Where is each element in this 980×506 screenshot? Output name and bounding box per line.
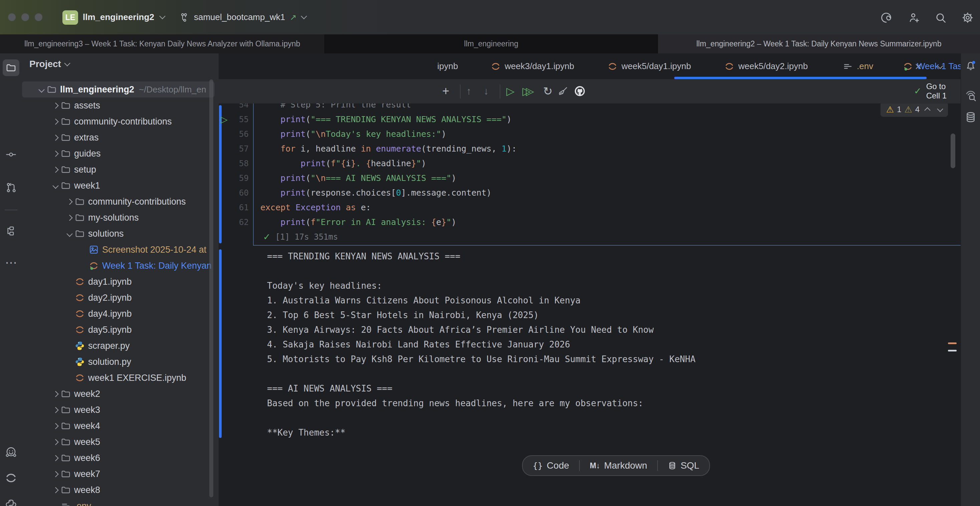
tree-chevron-icon[interactable] bbox=[50, 408, 61, 412]
search-icon[interactable] bbox=[935, 12, 947, 24]
tree-item-assets[interactable]: assets bbox=[22, 97, 215, 113]
tree-chevron-icon[interactable] bbox=[50, 103, 61, 108]
add-sql-cell-button[interactable]: SQL bbox=[658, 456, 709, 475]
tree-chevron-icon[interactable] bbox=[50, 456, 61, 460]
add-user-icon[interactable] bbox=[908, 12, 920, 24]
tree-item-day4-ipynb[interactable]: day4.ipynb bbox=[22, 306, 215, 322]
project-tool-button[interactable] bbox=[3, 59, 19, 76]
tree-item-week5[interactable]: week5 bbox=[22, 434, 215, 450]
prev-issue-icon[interactable] bbox=[924, 107, 930, 113]
move-cell-down-button[interactable]: ↓ bbox=[484, 79, 488, 103]
tree-item-setup[interactable]: setup bbox=[22, 162, 215, 178]
move-cell-up-button[interactable]: ↑ bbox=[466, 79, 471, 103]
tree-chevron-icon[interactable] bbox=[50, 424, 61, 428]
database-tool-icon[interactable] bbox=[965, 111, 977, 123]
tree-item-community-contributions[interactable]: community-contributions bbox=[22, 194, 215, 210]
tree-chevron-icon[interactable] bbox=[50, 184, 61, 188]
structure-icon[interactable] bbox=[5, 225, 17, 237]
code-line-54[interactable]: # Step 5: Print the result bbox=[260, 103, 411, 112]
tree-item-community-contributions[interactable]: community-contributions bbox=[22, 113, 215, 129]
code-line-58[interactable]: print(f"{i}. {headline}") bbox=[260, 156, 426, 171]
tree-chevron-icon[interactable] bbox=[50, 440, 61, 444]
tree-item-week7[interactable]: week7 bbox=[22, 466, 215, 482]
ai-swirl-icon[interactable] bbox=[880, 12, 892, 24]
tree-chevron-icon[interactable] bbox=[50, 167, 61, 172]
code-line-60[interactable]: print(response.choices[0].message.conten… bbox=[260, 186, 492, 200]
tree-item-week3[interactable]: week3 bbox=[22, 402, 215, 418]
go-to-cell-widget[interactable]: ✓ Go to Cell 1 bbox=[914, 79, 961, 103]
code-line-62[interactable]: print(f"Error in AI analysis: {e}") bbox=[260, 215, 456, 230]
tree-chevron-icon[interactable] bbox=[50, 392, 61, 396]
add-code-cell-button[interactable]: {} Code bbox=[523, 456, 579, 475]
tree-chevron-icon[interactable] bbox=[50, 472, 61, 476]
window-minimize-button[interactable] bbox=[21, 13, 29, 21]
tree-item-solution-py[interactable]: solution.py bbox=[22, 354, 215, 370]
tree-item-week2[interactable]: week2 bbox=[22, 386, 215, 402]
window-zoom-button[interactable] bbox=[35, 13, 42, 21]
add-markdown-cell-button[interactable]: M↓ Markdown bbox=[580, 456, 657, 475]
tree-item-week8[interactable]: week8 bbox=[22, 482, 215, 498]
window-close-button[interactable] bbox=[8, 13, 16, 21]
python-tool-icon[interactable] bbox=[5, 498, 18, 506]
hugging-face-icon[interactable] bbox=[5, 446, 18, 458]
tree-chevron-icon[interactable] bbox=[50, 135, 61, 140]
run-cell-button[interactable]: ▷ bbox=[506, 79, 515, 103]
code-line-59[interactable]: print("\n=== AI NEWS ANALYSIS ===") bbox=[260, 171, 456, 186]
editor-scrollbar-thumb[interactable] bbox=[951, 134, 955, 168]
tree-chevron-icon[interactable] bbox=[50, 119, 61, 124]
notifications-bell-icon[interactable] bbox=[965, 59, 977, 72]
tree-item-day1-ipynb[interactable]: day1.ipynb bbox=[22, 274, 215, 290]
tree-item-week1[interactable]: week1 bbox=[22, 178, 215, 194]
next-issue-icon[interactable] bbox=[937, 106, 943, 112]
code-line-56[interactable]: print("\nToday's key headlines:") bbox=[260, 127, 446, 142]
inspections-widget[interactable]: ⚠ 1 ⚠ 4 bbox=[881, 103, 948, 117]
commit-icon[interactable] bbox=[5, 149, 17, 160]
tree-item-week-1-task-daily-kenyan[interactable]: Week 1 Task: Daily Kenyan bbox=[22, 258, 215, 274]
editor-tab-week-1-task-daily-kenyan-news-summarizer-ipynb[interactable]: Week 1 Task: Daily Kenyan News Summarize… bbox=[903, 53, 961, 79]
run-all-cells-button[interactable]: ▷▷ bbox=[522, 79, 530, 103]
more-tool-windows-icon[interactable]: ⋯ bbox=[5, 256, 17, 270]
editor-tab-week3-day1-ipynb[interactable]: week3/day1.ipynb bbox=[491, 53, 574, 79]
tree-item-guides[interactable]: guides bbox=[22, 146, 215, 162]
tree-chevron-icon[interactable] bbox=[36, 88, 47, 92]
pull-requests-icon[interactable] bbox=[5, 182, 17, 193]
tree-item-week6[interactable]: week6 bbox=[22, 450, 215, 466]
add-cell-button[interactable]: + bbox=[442, 79, 449, 103]
tree-item-llm-engineering2[interactable]: llm_engineering2~/Desktop/llm_en bbox=[22, 81, 215, 97]
tree-item-day2-ipynb[interactable]: day2.ipynb bbox=[22, 290, 215, 306]
tree-item-extras[interactable]: extras bbox=[22, 129, 215, 146]
tree-item-day5-ipynb[interactable]: day5.ipynb bbox=[22, 322, 215, 338]
github-icon[interactable] bbox=[574, 79, 586, 103]
editor-tab-week5-day1-ipynb[interactable]: week5/day1.ipynb bbox=[608, 53, 691, 79]
tree-chevron-icon[interactable] bbox=[64, 232, 75, 236]
tree-item-week1-exercise-ipynb[interactable]: week1 EXERCISE.ipynb bbox=[22, 370, 215, 386]
clear-outputs-button[interactable] bbox=[558, 79, 568, 103]
tree-item-env[interactable]: .env bbox=[22, 498, 215, 506]
ai-assistant-icon[interactable] bbox=[965, 89, 977, 102]
settings-gear-icon[interactable] bbox=[962, 12, 974, 24]
project-panel-header[interactable]: Project bbox=[29, 59, 69, 69]
restart-kernel-button[interactable]: ↻ bbox=[543, 79, 553, 103]
project-tree-scrollbar[interactable] bbox=[209, 80, 213, 497]
editor-tab-env[interactable]: .env bbox=[843, 53, 873, 79]
tree-chevron-icon[interactable] bbox=[50, 151, 61, 156]
code-line-61[interactable]: except Exception as e: bbox=[260, 200, 371, 215]
editor-tab-week5-day2-ipynb[interactable]: week5/day2.ipynb bbox=[724, 53, 808, 79]
editor-tab-ipynb[interactable]: ipynb bbox=[437, 53, 458, 79]
tree-item-screenshot-2025-10-24-at[interactable]: Screenshot 2025-10-24 at bbox=[22, 242, 215, 258]
window-tab-llm-engineering3[interactable]: llm_engineering3 – Week 1 Task: Kenyan D… bbox=[0, 34, 325, 53]
project-switcher[interactable]: llm_engineering2 bbox=[83, 0, 165, 34]
branch-widget[interactable]: samuel_bootcamp_wk1 ↗ bbox=[178, 0, 306, 34]
window-tab-llm-engineering[interactable]: llm_engineering bbox=[325, 34, 657, 53]
notebook-editor[interactable]: ▷ 545556575859606162 # Step 5: Print the… bbox=[219, 103, 961, 506]
tree-item-my-solutions[interactable]: my-solutions bbox=[22, 210, 215, 226]
tree-item-solutions[interactable]: solutions bbox=[22, 226, 215, 242]
tree-item-scraper-py[interactable]: scraper.py bbox=[22, 338, 215, 354]
tree-chevron-icon[interactable] bbox=[50, 488, 61, 492]
tree-chevron-icon[interactable] bbox=[64, 216, 75, 220]
code-line-55[interactable]: print("=== TRENDING KENYAN NEWS ANALYSIS… bbox=[260, 112, 512, 127]
tree-chevron-icon[interactable] bbox=[64, 200, 75, 204]
code-line-57[interactable]: for i, headline in enumerate(trending_ne… bbox=[260, 142, 517, 156]
tree-item-week4[interactable]: week4 bbox=[22, 418, 215, 434]
window-tab-llm-engineering2[interactable]: llm_engineering2 – Week 1 Task: Daily Ke… bbox=[658, 34, 980, 53]
